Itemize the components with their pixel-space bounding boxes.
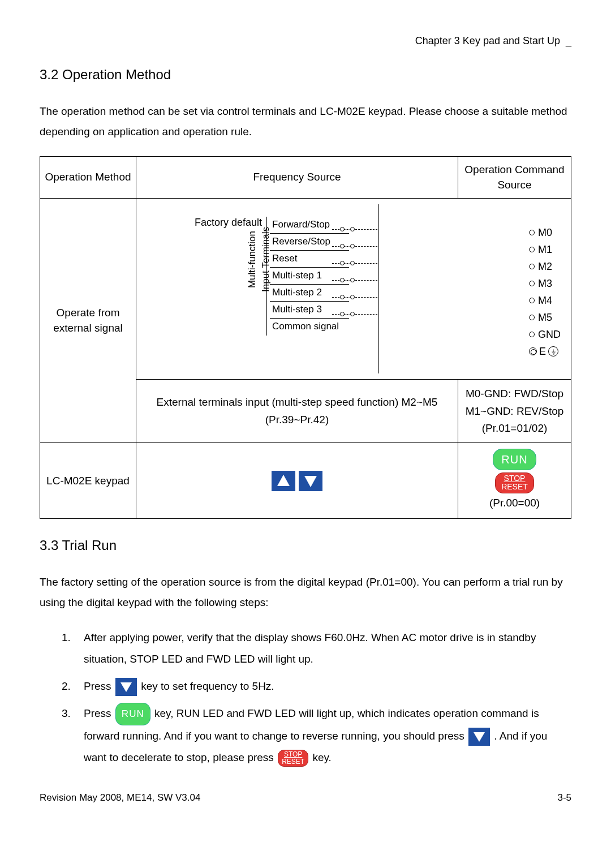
signal-multistep2: Multi-step 2 — [270, 285, 349, 302]
terminal-e: E — [539, 345, 546, 359]
up-arrow-button-icon — [272, 471, 295, 491]
step3-text-d: key. — [312, 751, 331, 763]
signal-common: Common signal — [270, 319, 349, 336]
earth-terminal-icon — [529, 347, 537, 355]
terminal-icon — [529, 264, 535, 269]
trial-steps-list: After applying power, verify that the di… — [40, 627, 571, 768]
cmd-m1-gnd: M1~GND: REV/Stop — [466, 405, 564, 417]
terminal-gnd: GND — [538, 328, 561, 342]
terminal-icon — [529, 247, 535, 252]
operation-method-table: Operation Method Frequency Source Operat… — [40, 156, 571, 519]
operation-method-intro: The operation method can be set via cont… — [40, 101, 571, 142]
terminal-icon — [529, 315, 535, 320]
run-button-icon: RUN — [493, 449, 536, 470]
terminal-icon — [529, 281, 535, 286]
th-frequency-source: Frequency Source — [136, 156, 458, 198]
terminal-icon — [529, 332, 535, 337]
terminal-m2: M2 — [538, 260, 552, 274]
pr00-label: (Pr.00=00) — [463, 496, 566, 511]
step-2: Press key to set frequency to 5Hz. — [74, 676, 571, 697]
step-1: After applying power, verify that the di… — [74, 627, 571, 670]
signal-multistep3: Multi-step 3 — [270, 302, 349, 319]
section-title-trial-run: 3.3 Trial Run — [40, 536, 571, 555]
cell-keypad-label: LC-M02E keypad — [40, 443, 136, 519]
signal-reverse-stop: Reverse/Stop — [270, 234, 349, 251]
chapter-header: Chapter 3 Key pad and Start Up _ — [40, 34, 571, 48]
page-number: 3-5 — [557, 791, 571, 805]
terminal-icon — [529, 230, 535, 235]
stop-reset-button-icon: STOPRESET — [495, 472, 534, 493]
terminal-icon — [529, 298, 535, 303]
step3-text-a: Press — [84, 707, 114, 719]
terminal-m0: M0 — [538, 226, 552, 240]
chapter-text: Chapter 3 Key pad and Start Up — [415, 35, 560, 46]
cell-external-terminals-note: External terminals input (multi-step spe… — [136, 380, 458, 443]
page-footer: Revision May 2008, ME14, SW V3.04 3-5 — [40, 791, 571, 805]
cell-cmd-mapping: M0-GND: FWD/Stop M1~GND: REV/Stop (Pr.01… — [458, 380, 571, 443]
terminal-labels: M0 M1 M2 M3 M4 M5 GND E⏚ — [529, 224, 561, 360]
down-arrow-button-icon — [468, 728, 490, 746]
section-title-operation-method: 3.2 Operation Method — [40, 65, 571, 84]
ground-icon: ⏚ — [548, 346, 558, 356]
cmd-pr01: (Pr.01=01/02) — [482, 422, 548, 434]
step-3: Press RUN key, RUN LED and FWD LED will … — [74, 703, 571, 768]
cell-keypad-buttons — [136, 443, 458, 519]
signal-forward-stop: Forward/Stop — [270, 217, 349, 234]
signal-multistep1: Multi-step 1 — [270, 268, 349, 285]
step2-text-a: Press — [84, 680, 114, 692]
terminal-m5: M5 — [538, 311, 552, 325]
terminal-m1: M1 — [538, 243, 552, 257]
down-arrow-button-icon — [115, 678, 137, 696]
wiring-diagram-cell: Factory default Multi-functionInput Term… — [136, 199, 571, 380]
cmd-m0-gnd: M0-GND: FWD/Stop — [466, 388, 563, 399]
wire-column — [349, 217, 383, 319]
terminal-m3: M3 — [538, 277, 552, 291]
run-button-icon: RUN — [115, 703, 150, 725]
signal-list: Forward/Stop Reverse/Stop Reset Multi-st… — [270, 217, 349, 336]
step2-text-b: key to set frequency to 5Hz. — [141, 680, 274, 692]
cell-external-signal: Operate from external signal — [40, 199, 136, 443]
th-operation-method: Operation Method — [40, 156, 136, 198]
signal-reset: Reset — [270, 251, 349, 268]
revision-label: Revision May 2008, ME14, SW V3.04 — [40, 791, 200, 805]
wiring-diagram: Factory default Multi-functionInput Term… — [141, 204, 566, 373]
cell-keypad-cmd: RUN STOPRESET (Pr.00=00) — [458, 443, 571, 519]
down-arrow-button-icon — [299, 471, 322, 491]
divider-bar — [378, 204, 379, 373]
trial-run-intro: The factory setting of the operation sou… — [40, 572, 571, 613]
stop-reset-button-icon: STOPRESET — [278, 750, 308, 767]
th-command-source: Operation Command Source — [458, 156, 571, 198]
terminal-m4: M4 — [538, 294, 552, 308]
